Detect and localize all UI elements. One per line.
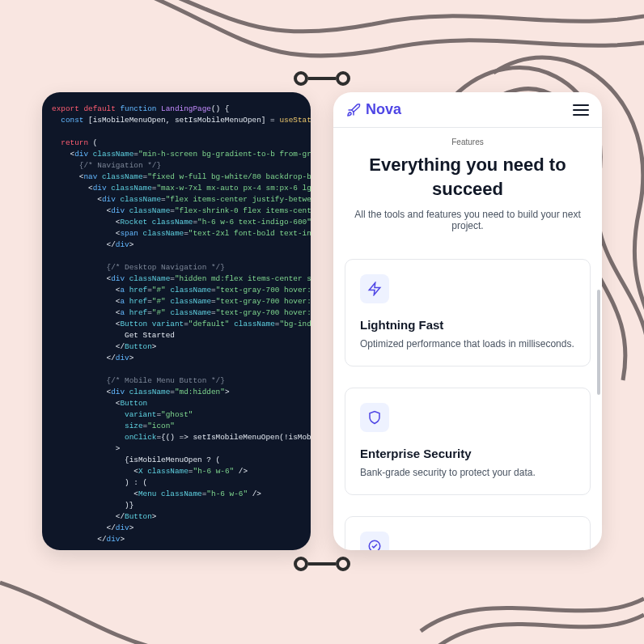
feature-card: Lightning Fast Optimized performance tha… xyxy=(345,259,591,366)
preview-header: Nova xyxy=(333,92,602,128)
connector-bottom xyxy=(294,557,350,571)
feature-sub: Bank-grade security to protect your data… xyxy=(360,467,575,478)
section-subhead: All the tools and features you need to b… xyxy=(353,209,583,231)
feature-title: Lightning Fast xyxy=(360,318,575,332)
preview-panel: Nova Features Everything you need to suc… xyxy=(333,92,602,550)
shield-icon xyxy=(360,403,389,432)
section-headline: Everything you need to succeed xyxy=(359,153,576,201)
menu-icon[interactable] xyxy=(573,104,589,116)
brand-name: Nova xyxy=(366,101,401,118)
feature-card xyxy=(345,516,591,550)
svg-marker-0 xyxy=(369,283,380,295)
check-circle-icon xyxy=(360,532,389,550)
preview-body: Features Everything you need to succeed … xyxy=(333,128,602,550)
section-eyebrow: Features xyxy=(340,138,595,146)
scrollbar[interactable] xyxy=(597,290,600,395)
feature-title: Enterprise Security xyxy=(360,447,575,460)
feature-card: Enterprise Security Bank-grade security … xyxy=(345,388,591,495)
code-panel: export default function LandingPage() { … xyxy=(42,92,311,550)
code-fn-name: LandingPage xyxy=(161,104,211,113)
rocket-icon xyxy=(346,103,361,117)
svg-point-1 xyxy=(369,541,380,550)
code-attr: "min-h-screen bg-gradient-to-b from-gray… xyxy=(138,150,311,159)
connector-top xyxy=(294,71,350,86)
feature-sub: Optimized performance that loads in mill… xyxy=(360,338,575,350)
brand[interactable]: Nova xyxy=(346,101,401,118)
zap-icon xyxy=(360,274,389,303)
